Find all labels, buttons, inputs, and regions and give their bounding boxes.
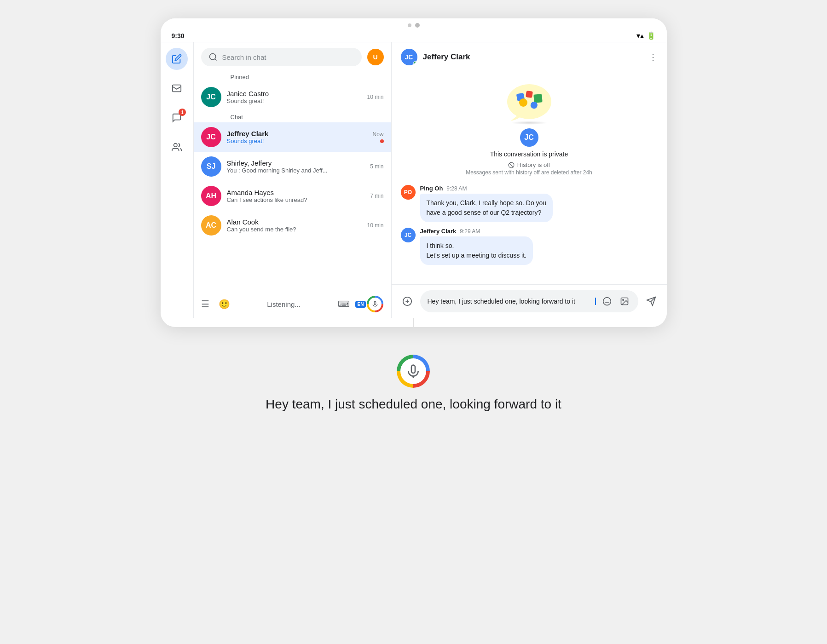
sender-avatar: JC (401, 228, 416, 242)
text-cursor (595, 298, 596, 305)
sidebar-nav: 1 (161, 42, 194, 318)
list-item[interactable]: JC Janice Castro Sounds great! 10 min (194, 82, 391, 112)
status-bar: 9:30 ▾▴ 🔋 (161, 28, 667, 42)
svg-rect-5 (526, 91, 533, 98)
transcript-mic-inner (400, 358, 426, 384)
message-preview: Can I see actions like unread? (227, 196, 365, 203)
transcript-text: Hey team, I just scheduled one, looking … (266, 397, 561, 412)
chat-header: JC Jeffery Clark ⋮ (392, 42, 667, 72)
list-item[interactable]: AH Amanda Hayes Can I see actions like u… (194, 181, 391, 211)
camera-bar (161, 18, 667, 28)
chat-messages-area: JC This conversation is private History … (392, 72, 667, 284)
chat-main-panel: JC Jeffery Clark ⋮ (392, 42, 667, 318)
search-input-wrapper[interactable]: Search in chat (201, 48, 362, 66)
history-off-label: History is off (517, 161, 550, 168)
chat-meta: 10 min (367, 94, 383, 100)
message-row: PO Ping Oh 9:28 AM Thank you, Clark, I r… (401, 185, 658, 222)
emoji-icon (602, 297, 612, 306)
message-input-box[interactable]: Hey team, I just scheduled one, looking … (420, 290, 638, 312)
message-row: JC Jeffery Clark 9:29 AM I think so.Let'… (401, 228, 658, 265)
private-notice: JC This conversation is private History … (401, 80, 658, 176)
chat-list-panel: Search in chat U Pinned JC Janice Castro… (194, 42, 392, 318)
sender-avatar: PO (401, 185, 416, 200)
message-meta: Jeffery Clark 9:29 AM (420, 228, 533, 235)
search-placeholder: Search in chat (222, 53, 266, 61)
tablet-frame: 9:30 ▾▴ 🔋 (161, 18, 667, 327)
avatar: JC (201, 127, 221, 147)
list-item[interactable]: JC Jeffrey Clark Sounds great! Now (194, 122, 391, 152)
list-item[interactable]: SJ Shirley, Jeffery You : Good morning S… (194, 152, 391, 181)
chat-time: 7 min (370, 193, 383, 199)
nav-people[interactable] (166, 136, 188, 158)
nav-compose[interactable] (166, 48, 188, 70)
send-button[interactable] (643, 293, 659, 310)
mail-icon (172, 83, 182, 93)
contact-name: Janice Castro (227, 90, 362, 98)
message-preview: Sounds great! (227, 138, 367, 144)
history-icon (508, 162, 515, 168)
mic-inner (369, 298, 382, 310)
nav-mail[interactable] (166, 77, 188, 99)
pinned-label: Pinned (194, 72, 391, 82)
microphone-large-icon (406, 364, 421, 379)
keyboard-icon[interactable]: ⌨ (338, 299, 350, 309)
hamburger-icon[interactable]: ☰ (201, 299, 209, 310)
avatar: AH (201, 186, 221, 206)
message-preview: You : Good morning Shirley and Jeff... (227, 167, 365, 174)
status-icons: ▾▴ 🔋 (636, 31, 656, 40)
svg-rect-6 (533, 94, 543, 103)
more-options-button[interactable]: ⋮ (648, 52, 658, 63)
mic-button[interactable] (367, 296, 383, 312)
nav-chat[interactable]: 1 (166, 107, 188, 129)
chat-meta: Now (372, 131, 383, 143)
bottom-right-icons: ⌨ EN (338, 296, 384, 312)
user-avatar[interactable]: U (367, 49, 384, 65)
chat-time: 5 min (370, 163, 383, 170)
chat-meta: 5 min (370, 163, 383, 170)
chat-label: Chat (194, 112, 391, 122)
chat-info: Shirley, Jeffery You : Good morning Shir… (227, 159, 365, 174)
avatar: SJ (201, 156, 221, 177)
image-picker-button[interactable] (618, 295, 631, 308)
history-notice: History is off Messages sent with histor… (466, 161, 592, 176)
plus-icon (402, 296, 412, 306)
chat-contact-name: Jeffery Clark (423, 52, 643, 62)
chat-meta: 10 min (367, 222, 383, 229)
image-icon (620, 297, 629, 306)
en-language-badge[interactable]: EN (355, 301, 366, 308)
transcript-mic-button[interactable] (397, 355, 430, 388)
svg-point-3 (507, 84, 551, 119)
chat-info: Janice Castro Sounds great! (227, 90, 362, 104)
emoji-picker-button[interactable] (601, 295, 613, 308)
pencil-icon (172, 54, 182, 64)
camera-dot-small (408, 23, 411, 27)
chat-info: Alan Cook Can you send me the file? (227, 218, 362, 233)
contact-name: Alan Cook (227, 218, 362, 226)
listening-text: Listening... (267, 300, 301, 308)
sender-name: Jeffery Clark (420, 228, 457, 235)
microphone-icon (372, 301, 378, 307)
message-time: 9:29 AM (460, 228, 480, 235)
add-attachment-button[interactable] (399, 293, 416, 310)
message-content: Jeffery Clark 9:29 AM I think so.Let's s… (420, 228, 533, 265)
battery-icon: 🔋 (647, 31, 656, 40)
private-conversation-text: This conversation is private (490, 150, 568, 158)
message-bubble: Thank you, Clark, I really hope so. Do y… (420, 194, 553, 222)
message-bubble: I think so.Let's set up a meeting to dis… (420, 236, 533, 265)
bubble-shadow (511, 121, 548, 125)
svg-point-1 (174, 144, 177, 147)
status-time: 9:30 (172, 32, 185, 40)
people-icon (172, 142, 182, 152)
app-container: 1 Search in chat (161, 42, 667, 318)
svg-rect-0 (173, 85, 181, 92)
chat-badge: 1 (179, 109, 186, 116)
message-input-text: Hey team, I just scheduled one, looking … (428, 298, 590, 305)
chat-list-bottom-bar: ☰ 🙂 Listening... ⌨ EN (194, 290, 391, 318)
speech-bubble-illustration (504, 80, 555, 121)
divider (413, 318, 414, 327)
list-item[interactable]: AC Alan Cook Can you send me the file? 1… (194, 211, 391, 240)
contact-name: Shirley, Jeffery (227, 159, 365, 167)
emoji-icon[interactable]: 🙂 (219, 299, 230, 310)
wifi-icon: ▾▴ (636, 31, 644, 40)
message-time: 9:28 AM (446, 185, 467, 192)
